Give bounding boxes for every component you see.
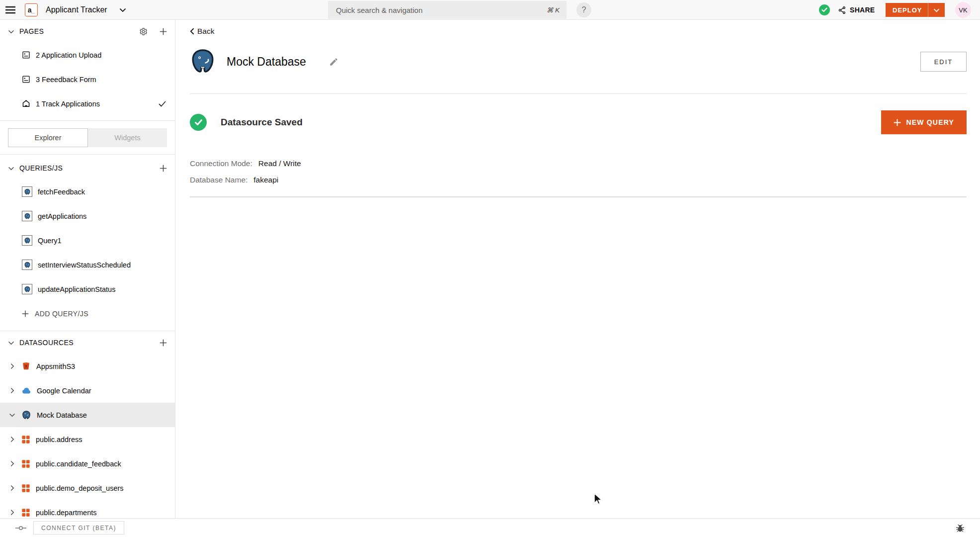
add-page-plus-icon[interactable] [160, 28, 167, 35]
current-page-check-icon [159, 101, 166, 107]
pages-chevron-down-icon[interactable] [8, 29, 14, 34]
queries-chevron-down-icon[interactable] [8, 166, 14, 171]
git-branch-icon [15, 524, 27, 532]
query-item[interactable]: setInterviewStatusScheduled [0, 253, 175, 277]
query-item[interactable]: fetchFeedback [0, 179, 175, 204]
search-input[interactable]: Quick search & navigation ⌘ K [328, 1, 567, 19]
table-icon [21, 435, 30, 444]
divider [0, 154, 175, 155]
app-title-chevron-down-icon[interactable] [119, 7, 126, 12]
edit-name-pencil-icon[interactable] [329, 57, 338, 67]
sidebar-item-page-feedback-form[interactable]: 3 Feeedback Form [0, 67, 175, 91]
postgres-icon [22, 211, 32, 221]
new-query-button[interactable]: NEW QUERY [881, 110, 967, 134]
tab-explorer[interactable]: Explorer [8, 128, 88, 147]
help-icon: ? [582, 5, 586, 14]
datasource-title: Mock Database [227, 55, 306, 69]
search-placeholder: Quick search & navigation [336, 6, 547, 14]
add-query-js-label: ADD QUERY/JS [35, 310, 88, 318]
datasources-section-header[interactable]: DATASOURCES [0, 331, 175, 354]
appsmith-logo: a_ [25, 3, 38, 16]
add-query-plus-icon[interactable] [160, 165, 167, 172]
query-label: Query1 [38, 237, 62, 245]
connect-git-button[interactable]: CONNECT GIT (BETA) [33, 521, 124, 535]
chevron-right-icon[interactable] [8, 509, 16, 516]
app-title[interactable]: Applicant Tracker [46, 0, 107, 20]
datasource-item-google-calendar[interactable]: Google Calendar [0, 378, 175, 403]
datasource-label: AppsmithS3 [36, 362, 75, 370]
add-query-js-button[interactable]: ADD QUERY/JS [0, 301, 175, 326]
queries-section-title: QUERIES/JS [19, 164, 155, 172]
database-name-label: Database Name: [190, 176, 247, 184]
connection-mode-label: Connection Mode: [190, 159, 252, 168]
table-icon [21, 484, 30, 493]
footer-bar: CONNECT GIT (BETA) [0, 518, 980, 537]
table-label: public.address [36, 436, 82, 444]
table-label: public.demo_deposit_users [36, 484, 124, 492]
datasource-saved-check-icon [190, 114, 207, 131]
chevron-right-icon[interactable] [8, 485, 16, 491]
new-query-label: NEW QUERY [906, 118, 954, 126]
postgres-icon [21, 410, 31, 420]
queries-section-header[interactable]: QUERIES/JS [0, 157, 175, 179]
save-status-check-icon [819, 4, 830, 15]
query-label: getApplications [38, 212, 86, 220]
user-avatar[interactable]: VK [955, 2, 971, 18]
database-name-row: Database Name: fakeapi [190, 176, 967, 184]
query-label: fetchFeedback [38, 188, 85, 196]
postgres-icon [22, 235, 32, 246]
explorer-widgets-tabs: Explorer Widgets [8, 128, 167, 147]
chevron-right-icon[interactable] [8, 460, 16, 467]
sidebar-item-page-application-upload[interactable]: 2 Application Upload [0, 43, 175, 67]
s3-icon [21, 361, 31, 371]
table-item[interactable]: public.demo_deposit_users [0, 476, 175, 500]
back-label: Back [197, 27, 214, 36]
page-label: 1 Track Applications [36, 100, 100, 108]
table-label: public.departments [36, 509, 97, 517]
deploy-label: DEPLOY [886, 6, 928, 14]
postgres-icon [22, 186, 32, 197]
chevron-right-icon[interactable] [8, 387, 16, 394]
table-item[interactable]: public.address [0, 427, 175, 451]
share-label: SHARE [850, 6, 875, 14]
plus-icon [22, 310, 29, 317]
edit-button[interactable]: EDIT [920, 52, 967, 72]
topbar: a_ Applicant Tracker Quick search & navi… [0, 0, 980, 20]
help-button[interactable]: ? [576, 2, 591, 17]
table-icon [21, 459, 30, 468]
page-icon [22, 51, 30, 59]
postgres-icon [22, 260, 32, 270]
query-item[interactable]: getApplications [0, 204, 175, 228]
divider [190, 196, 967, 197]
tab-widgets[interactable]: Widgets [88, 128, 167, 147]
share-button[interactable]: SHARE [838, 0, 875, 20]
search-shortcut-badge: ⌘ K [547, 6, 560, 14]
pages-settings-gear-icon[interactable] [139, 27, 148, 36]
connection-mode-value: Read / Write [258, 159, 301, 168]
add-datasource-plus-icon[interactable] [160, 339, 167, 347]
datasource-saved-status: Datasource Saved [221, 117, 303, 128]
query-item[interactable]: updateApplicationStatus [0, 277, 175, 301]
pages-section-header[interactable]: PAGES [0, 20, 175, 43]
datasources-chevron-down-icon[interactable] [8, 341, 14, 345]
chevron-down-icon[interactable] [8, 413, 16, 417]
query-item[interactable]: Query1 [0, 228, 175, 253]
hamburger-menu-icon[interactable] [5, 4, 16, 15]
chevron-right-icon[interactable] [8, 436, 16, 443]
datasource-item-appsmith-s3[interactable]: AppsmithS3 [0, 354, 175, 378]
postgres-logo [190, 48, 216, 75]
deploy-chevron-down-icon[interactable] [928, 8, 945, 12]
connection-mode-row: Connection Mode: Read / Write [190, 159, 967, 168]
back-button[interactable]: Back [190, 27, 214, 36]
chevron-right-icon[interactable] [8, 363, 16, 369]
deploy-button[interactable]: DEPLOY [886, 3, 945, 17]
table-item[interactable]: public.candidate_feedback [0, 451, 175, 476]
datasource-item-mock-database[interactable]: Mock Database [0, 403, 175, 427]
table-item[interactable]: public.departments [0, 500, 175, 518]
home-icon [22, 99, 30, 108]
table-label: public.candidate_feedback [36, 460, 121, 468]
main-content: Back Mock Database EDIT Datasource Saved [175, 20, 980, 518]
datasource-label: Mock Database [37, 411, 87, 419]
sidebar-item-page-track-applications[interactable]: 1 Track Applications [0, 91, 175, 116]
debug-bug-icon[interactable] [955, 523, 965, 533]
